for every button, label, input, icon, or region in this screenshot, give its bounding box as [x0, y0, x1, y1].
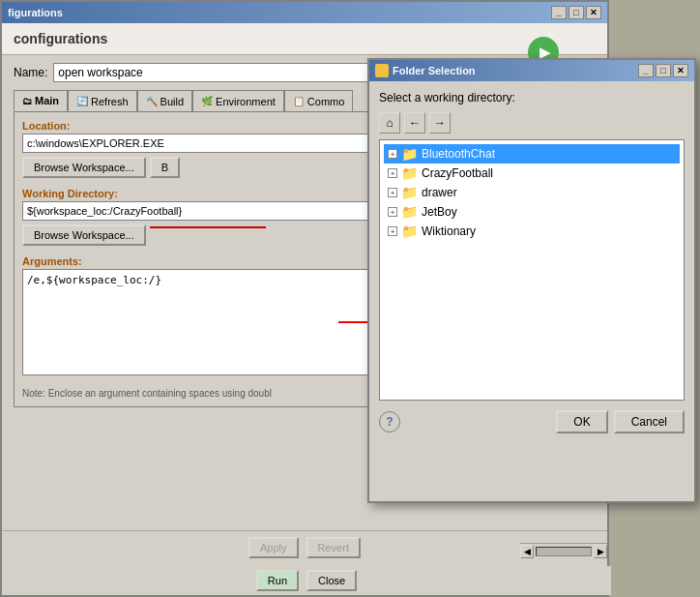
folder-name-wiktionary: Wiktionary [422, 224, 476, 238]
main-titlebar: figurations _ □ ✕ [2, 2, 607, 23]
help-icon: ? [386, 415, 393, 429]
refresh-tab-icon: 🔄 [76, 96, 88, 106]
folder-item-jetboy[interactable]: + 📁 JetBoy [384, 202, 680, 222]
browse-button[interactable]: B [150, 157, 180, 178]
dialog-titlebar-controls: _ □ ✕ [638, 64, 688, 77]
configurations-title: configurations [14, 31, 107, 46]
folder-icon-crazyfootball: 📁 [401, 165, 418, 181]
dialog-folder-icon [375, 64, 389, 77]
tab-common-label: Commo [307, 96, 345, 107]
configurations-header: configurations [2, 23, 607, 55]
dialog-title-text: Folder Selection [393, 65, 476, 76]
dialog-minimize-btn[interactable]: _ [638, 64, 654, 77]
folder-name-jetboy: JetBoy [422, 205, 457, 219]
cancel-button[interactable]: Cancel [614, 410, 685, 433]
titlebar-controls: _ □ ✕ [551, 6, 601, 19]
help-button[interactable]: ? [379, 411, 400, 433]
tab-main-label: Main [35, 95, 59, 106]
scroll-left-btn[interactable]: ◀ [520, 545, 534, 558]
expand-btn-crazyfootball[interactable]: + [388, 168, 397, 178]
red-underline [150, 226, 266, 228]
forward-icon: → [434, 116, 446, 130]
expand-btn-wiktionary[interactable]: + [388, 226, 397, 236]
dialog-titlebar: Folder Selection _ □ ✕ [369, 60, 694, 81]
tab-common[interactable]: 📋 Commo [284, 90, 354, 111]
folder-icon-jetboy: 📁 [401, 204, 418, 220]
minimize-button[interactable]: _ [551, 6, 567, 19]
expand-btn-drawer[interactable]: + [388, 188, 397, 197]
dialog-body: Select a working directory: ⌂ ← → + 📁 Bl… [369, 81, 694, 443]
dialog-bottom: ? OK Cancel [379, 410, 685, 433]
folder-name-crazyfootball: CrazyFootball [422, 166, 493, 180]
build-tab-icon: 🔨 [146, 96, 158, 106]
tab-refresh[interactable]: 🔄 Refresh [68, 90, 137, 111]
tab-refresh-label: Refresh [91, 96, 129, 107]
browse-workspace-button2[interactable]: Browse Workspace... [22, 224, 146, 246]
tab-environment-label: Environment [216, 96, 276, 107]
folder-name-bluetoothchat: BluetoothChat [422, 147, 495, 161]
tab-environment[interactable]: 🌿 Environment [192, 90, 284, 111]
back-button[interactable]: ← [404, 112, 425, 134]
name-label: Name: [14, 66, 47, 79]
revert-button[interactable]: Revert [306, 537, 361, 558]
main-tab-icon: 🗂 [22, 96, 32, 106]
expand-btn-jetboy[interactable]: + [388, 207, 397, 217]
dialog-action-buttons: OK Cancel [556, 410, 685, 433]
browse-workspace-button[interactable]: Browse Workspace... [22, 157, 146, 178]
dialog-title-container: Folder Selection [375, 64, 476, 77]
forward-button[interactable]: → [429, 112, 451, 134]
tab-main[interactable]: 🗂 Main [14, 90, 68, 111]
run-button[interactable]: Run [256, 570, 299, 591]
maximize-button[interactable]: □ [569, 6, 584, 19]
tab-build-label: Build [160, 96, 184, 107]
run-close-row: Run Close [2, 566, 611, 595]
folder-name-drawer: drawer [422, 186, 457, 199]
dialog-toolbar: ⌂ ← → [379, 112, 685, 134]
ok-button[interactable]: OK [556, 410, 607, 433]
close-button-main[interactable]: Close [306, 570, 357, 591]
folder-icon-drawer: 📁 [401, 185, 418, 200]
dialog-close-btn[interactable]: ✕ [673, 64, 688, 77]
folder-icon-wiktionary: 📁 [401, 224, 418, 239]
main-title: figurations [8, 7, 63, 18]
horizontal-scrollbar[interactable]: ◀ ▶ [520, 543, 607, 558]
dialog-maximize-btn[interactable]: □ [656, 64, 671, 77]
folder-icon-bluetoothchat: 📁 [401, 146, 418, 162]
home-icon: ⌂ [386, 116, 393, 130]
bottom-buttons: Apply Revert [2, 530, 607, 564]
scroll-track [536, 547, 592, 556]
main-title-text: figurations [8, 7, 63, 18]
common-tab-icon: 📋 [293, 96, 305, 106]
folder-item-bluetoothchat[interactable]: + 📁 BluetoothChat [384, 144, 680, 164]
tab-build[interactable]: 🔨 Build [137, 90, 192, 111]
close-button[interactable]: ✕ [586, 6, 601, 19]
env-tab-icon: 🌿 [201, 96, 213, 106]
expand-btn-bluetoothchat[interactable]: + [388, 149, 397, 159]
home-button[interactable]: ⌂ [379, 112, 400, 134]
back-icon: ← [409, 116, 421, 130]
folder-item-crazyfootball[interactable]: + 📁 CrazyFootball [384, 164, 680, 183]
folder-selection-dialog: Folder Selection _ □ ✕ Select a working … [367, 58, 696, 503]
folder-item-wiktionary[interactable]: + 📁 Wiktionary [384, 222, 680, 241]
apply-button[interactable]: Apply [248, 537, 299, 558]
folder-tree: + 📁 BluetoothChat + 📁 CrazyFootball + 📁 … [379, 139, 685, 401]
folder-item-drawer[interactable]: + 📁 drawer [384, 183, 680, 202]
dialog-select-label: Select a working directory: [379, 91, 685, 104]
scroll-right-btn[interactable]: ▶ [594, 545, 607, 558]
